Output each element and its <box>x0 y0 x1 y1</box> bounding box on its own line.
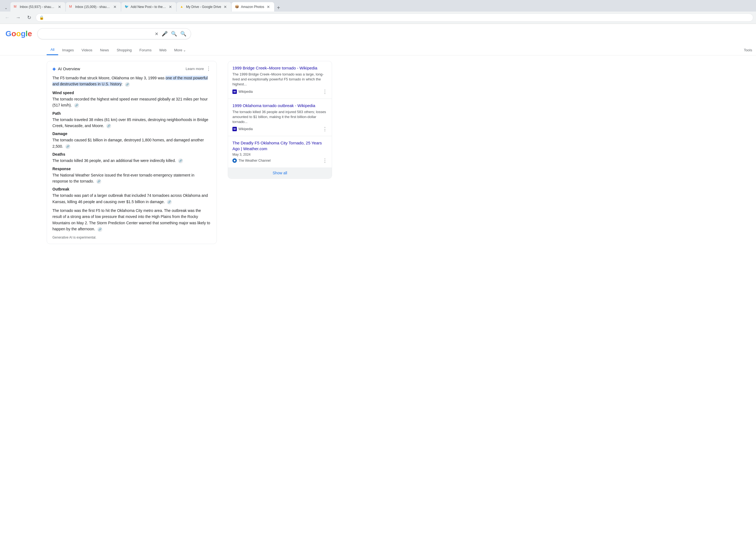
ai-section-windspeed-text: The tornado recorded the highest wind sp… <box>53 96 211 108</box>
voice-search-icon[interactable]: 🎤 <box>162 31 168 37</box>
nav-item-web[interactable]: Web <box>155 45 170 55</box>
learn-more-row: Learn more ⋮ <box>186 66 211 72</box>
tab-1-title: Inbox (53,937) - shauna70... <box>20 5 56 9</box>
tab-bar: ⌄ M Inbox (53,937) - shauna70... ✕ M Inb… <box>0 0 756 12</box>
tab-3[interactable]: 🐦 Add New Post ‹ to the god... ✕ <box>121 2 176 12</box>
tab-5[interactable]: 📦 Amazon Photos ✕ <box>231 2 274 12</box>
clear-search-icon[interactable]: ✕ <box>155 31 158 37</box>
nav-item-news[interactable]: News <box>96 45 113 55</box>
side-result-2-title: 1999 Oklahoma tornado outbreak - Wikiped… <box>232 103 327 108</box>
ai-overview-header: ◆ AI Overview Learn more ⋮ <box>53 66 211 72</box>
svg-point-0 <box>234 160 236 161</box>
ai-cite-7[interactable]: 🔗 <box>167 200 172 204</box>
ai-title-row: ◆ AI Overview <box>53 66 80 72</box>
nav-item-more[interactable]: More ⌄ <box>170 45 190 55</box>
address-bar-row: ← → ↻ 🔒 google.com/search?q=f5+tornado+m… <box>0 12 756 24</box>
nav-item-images[interactable]: Images <box>58 45 78 55</box>
side-results: 1999 Bridge Creek–Moore tornado - Wikipe… <box>228 61 332 249</box>
nav-item-shopping[interactable]: Shopping <box>113 45 136 55</box>
search-submit-icon[interactable]: 🔍 <box>180 31 186 37</box>
ai-section-windspeed: Wind speed The tornado recorded the high… <box>53 91 211 108</box>
tab-2-favicon: M <box>69 5 74 9</box>
ai-cite-8[interactable]: 🔗 <box>97 227 102 232</box>
side-result-2-source: W Wikipedia ⋮ <box>232 126 327 132</box>
ai-cite-1[interactable]: 🔗 <box>125 82 130 87</box>
search-input[interactable]: f5 tornado moore may 1999 oklahoma <box>42 32 151 36</box>
tab-1-close[interactable]: ✕ <box>57 4 62 9</box>
side-result-3-more-icon[interactable]: ⋮ <box>323 158 327 164</box>
browser-chrome: ⌄ M Inbox (53,937) - shauna70... ✕ M Inb… <box>0 0 756 24</box>
side-result-2-more-icon[interactable]: ⋮ <box>323 126 327 132</box>
ai-cite-4[interactable]: 🔗 <box>65 144 70 149</box>
forward-button[interactable]: → <box>14 13 22 22</box>
tab-1[interactable]: M Inbox (53,937) - shauna70... ✕ <box>11 2 65 12</box>
tab-1-favicon: M <box>14 5 18 9</box>
ai-more-options-icon[interactable]: ⋮ <box>206 66 211 72</box>
tab-4-close[interactable]: ✕ <box>223 4 228 9</box>
side-result-3[interactable]: The Deadly F5 Oklahoma City Tornado, 25 … <box>228 136 332 167</box>
search-header: Google f5 tornado moore may 1999 oklahom… <box>0 24 756 44</box>
ai-section-deaths-title: Deaths <box>53 152 211 157</box>
main-results: ◆ AI Overview Learn more ⋮ The F5 tornad… <box>47 61 217 249</box>
tab-scroll-left[interactable]: ⌄ <box>2 4 10 12</box>
tab-3-title: Add New Post ‹ to the god... <box>130 5 166 9</box>
learn-more-link[interactable]: Learn more <box>186 67 204 71</box>
side-result-1-more-icon[interactable]: ⋮ <box>323 89 327 95</box>
ai-cite-3[interactable]: 🔗 <box>106 123 111 128</box>
side-result-1-title: 1999 Bridge Creek–Moore tornado - Wikipe… <box>232 65 327 71</box>
ai-section-damage-text: The tornado caused $1 billion in damage,… <box>53 137 211 149</box>
side-result-2-snippet: The tornado killed 36 people and injured… <box>232 109 327 125</box>
tab-5-close[interactable]: ✕ <box>266 4 271 9</box>
google-logo: Google <box>5 29 32 38</box>
side-result-1-source: W Wikipedia ⋮ <box>232 89 327 95</box>
tab-4-favicon: ▲ <box>180 5 184 9</box>
ai-section-path-text: The tornado traveled 38 miles (61 km) ov… <box>53 117 211 129</box>
show-all-button[interactable]: Show all <box>228 167 332 178</box>
search-page: Google f5 tornado moore may 1999 oklahom… <box>0 24 756 560</box>
ai-section-outbreak: Outbreak The tornado was part of a large… <box>53 187 211 205</box>
ai-cite-6[interactable]: 🔗 <box>96 179 101 184</box>
side-results-card: 1999 Bridge Creek–Moore tornado - Wikipe… <box>228 61 332 179</box>
logo-search-row: Google f5 tornado moore may 1999 oklahom… <box>5 28 751 39</box>
ai-cite-5[interactable]: 🔗 <box>178 158 183 163</box>
address-bar[interactable]: 🔒 google.com/search?q=f5+tornado+moore+m… <box>36 14 753 22</box>
side-result-1[interactable]: 1999 Bridge Creek–Moore tornado - Wikipe… <box>228 61 332 99</box>
tab-3-close[interactable]: ✕ <box>168 4 173 9</box>
tab-2[interactable]: M Inbox (15,009) - shauna@b... ✕ <box>66 2 121 12</box>
ai-section-outbreak-title: Outbreak <box>53 187 211 191</box>
tab-4-title: My Drive - Google Drive <box>186 5 221 9</box>
side-result-3-source: The Weather Channel ⋮ <box>232 158 327 164</box>
tab-2-close[interactable]: ✕ <box>113 4 118 9</box>
ai-section-response-title: Response <box>53 167 211 171</box>
nav-item-forums[interactable]: Forums <box>136 45 155 55</box>
ai-section-outbreak-text: The tornado was part of a larger outbrea… <box>53 193 211 205</box>
ai-section-damage: Damage The tornado caused $1 billion in … <box>53 132 211 149</box>
tab-5-title: Amazon Photos <box>241 5 264 9</box>
side-result-2-source-name: Wikipedia <box>239 127 253 131</box>
new-tab-button[interactable]: + <box>275 4 282 12</box>
ai-generative-note: Generative AI is experimental. <box>53 236 211 239</box>
search-content: ◆ AI Overview Learn more ⋮ The F5 tornad… <box>0 56 756 255</box>
nav-item-all[interactable]: All <box>47 45 58 55</box>
ai-cite-2[interactable]: 🔗 <box>74 103 79 108</box>
address-input[interactable]: google.com/search?q=f5+tornado+moore+may… <box>46 16 750 20</box>
search-nav: All Images Videos News Shopping Forums W… <box>0 44 756 56</box>
wikipedia-favicon-2: W <box>232 127 237 131</box>
side-result-3-title: The Deadly F5 Oklahoma City Tornado, 25 … <box>232 140 327 152</box>
side-result-1-snippet: The 1999 Bridge Creek–Moore tornado was … <box>232 72 327 87</box>
ai-diamond-icon: ◆ <box>53 66 56 72</box>
ai-closing-text: The tornado was the first F5 to hit the … <box>53 207 211 232</box>
back-button[interactable]: ← <box>3 13 12 22</box>
side-result-3-date: May 3, 2024 <box>232 153 327 157</box>
nav-item-videos[interactable]: Videos <box>78 45 96 55</box>
lens-search-icon[interactable]: 🔍 <box>171 31 177 37</box>
tab-4[interactable]: ▲ My Drive - Google Drive ✕ <box>177 2 231 12</box>
ai-intro-text: The F5 tornado that struck Moore, Oklaho… <box>53 75 211 87</box>
ai-overview-panel: ◆ AI Overview Learn more ⋮ The F5 tornad… <box>47 61 217 244</box>
tab-2-title: Inbox (15,009) - shauna@b... <box>75 5 111 9</box>
reload-button[interactable]: ↻ <box>25 13 34 22</box>
tools-button[interactable]: Tools <box>740 45 756 55</box>
side-result-2[interactable]: 1999 Oklahoma tornado outbreak - Wikiped… <box>228 99 332 136</box>
search-box[interactable]: f5 tornado moore may 1999 oklahoma ✕ 🎤 🔍… <box>37 28 191 39</box>
ai-section-windspeed-title: Wind speed <box>53 91 211 95</box>
